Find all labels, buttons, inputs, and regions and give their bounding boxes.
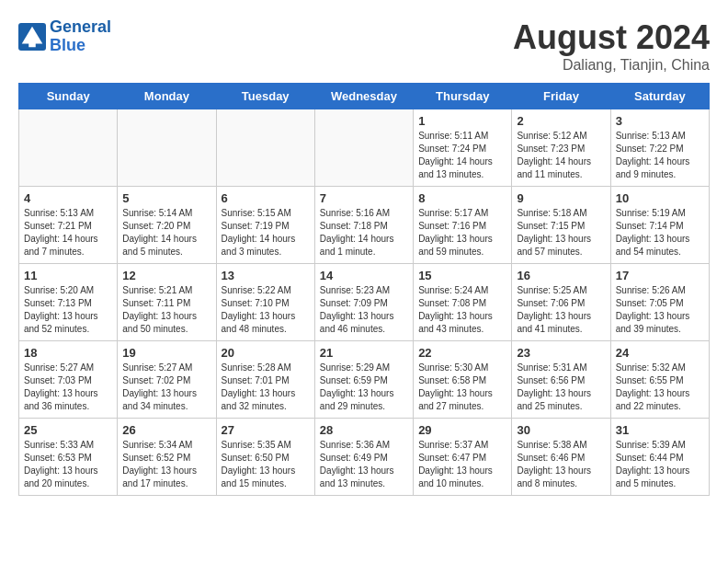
day-info: Sunrise: 5:25 AMSunset: 7:06 PMDaylight:…	[517, 284, 605, 336]
calendar-cell	[314, 109, 413, 187]
day-number: 27	[222, 423, 310, 437]
calendar-cell: 7Sunrise: 5:16 AMSunset: 7:18 PMDaylight…	[314, 187, 413, 264]
calendar-cell: 9Sunrise: 5:18 AMSunset: 7:15 PMDaylight…	[512, 187, 610, 264]
day-info: Sunrise: 5:29 AMSunset: 6:59 PMDaylight:…	[320, 362, 408, 413]
day-number: 15	[418, 269, 506, 282]
day-number: 31	[616, 423, 704, 437]
day-number: 9	[517, 191, 605, 205]
calendar-cell: 28Sunrise: 5:36 AMSunset: 6:49 PMDayligh…	[314, 419, 413, 496]
day-number: 1	[418, 114, 506, 128]
day-number: 14	[320, 269, 408, 282]
day-info: Sunrise: 5:18 AMSunset: 7:15 PMDaylight:…	[517, 207, 605, 259]
day-info: Sunrise: 5:33 AMSunset: 6:53 PMDaylight:…	[24, 439, 112, 490]
title-block: August 2024 Daliang, Tianjin, China	[513, 18, 710, 74]
calendar-cell	[216, 109, 314, 187]
day-number: 5	[122, 191, 210, 205]
calendar-table: SundayMondayTuesdayWednesdayThursdayFrid…	[18, 83, 710, 496]
day-number: 4	[24, 191, 112, 205]
header-day-monday: Monday	[118, 84, 216, 109]
day-number: 2	[517, 114, 605, 128]
logo-icon	[18, 23, 46, 51]
header-row: SundayMondayTuesdayWednesdayThursdayFrid…	[19, 84, 710, 109]
day-info: Sunrise: 5:22 AMSunset: 7:10 PMDaylight:…	[222, 284, 310, 336]
day-info: Sunrise: 5:26 AMSunset: 7:05 PMDaylight:…	[616, 284, 704, 336]
calendar-cell: 18Sunrise: 5:27 AMSunset: 7:03 PMDayligh…	[19, 341, 118, 419]
day-number: 29	[418, 423, 506, 437]
day-number: 21	[320, 346, 408, 360]
calendar-cell: 17Sunrise: 5:26 AMSunset: 7:05 PMDayligh…	[610, 264, 709, 341]
calendar-cell: 5Sunrise: 5:14 AMSunset: 7:20 PMDaylight…	[118, 187, 216, 264]
day-number: 8	[418, 191, 506, 205]
svg-rect-2	[28, 42, 36, 47]
calendar-cell: 2Sunrise: 5:12 AMSunset: 7:23 PMDaylight…	[512, 109, 610, 187]
day-info: Sunrise: 5:28 AMSunset: 7:01 PMDaylight:…	[222, 362, 310, 413]
calendar-cell: 22Sunrise: 5:30 AMSunset: 6:58 PMDayligh…	[414, 341, 512, 419]
day-info: Sunrise: 5:32 AMSunset: 6:55 PMDaylight:…	[616, 362, 704, 413]
page-header: General Blue August 2024 Daliang, Tianji…	[18, 18, 710, 74]
month-year: August 2024	[513, 18, 710, 57]
header-day-sunday: Sunday	[19, 84, 118, 109]
calendar-cell: 10Sunrise: 5:19 AMSunset: 7:14 PMDayligh…	[610, 187, 709, 264]
day-number: 22	[418, 346, 506, 360]
day-number: 26	[122, 423, 210, 437]
day-number: 24	[616, 346, 704, 360]
calendar-cell: 11Sunrise: 5:20 AMSunset: 7:13 PMDayligh…	[19, 264, 118, 341]
day-info: Sunrise: 5:19 AMSunset: 7:14 PMDaylight:…	[616, 207, 704, 259]
header-day-thursday: Thursday	[414, 84, 512, 109]
week-row-4: 18Sunrise: 5:27 AMSunset: 7:03 PMDayligh…	[19, 341, 710, 419]
calendar-cell: 23Sunrise: 5:31 AMSunset: 6:56 PMDayligh…	[512, 341, 610, 419]
day-info: Sunrise: 5:37 AMSunset: 6:47 PMDaylight:…	[418, 439, 506, 490]
calendar-cell: 21Sunrise: 5:29 AMSunset: 6:59 PMDayligh…	[314, 341, 413, 419]
day-number: 23	[517, 346, 605, 360]
day-info: Sunrise: 5:23 AMSunset: 7:09 PMDaylight:…	[320, 284, 408, 336]
day-number: 7	[320, 191, 408, 205]
day-number: 10	[616, 191, 704, 205]
day-info: Sunrise: 5:12 AMSunset: 7:23 PMDaylight:…	[517, 130, 605, 181]
logo-line1: General	[50, 17, 111, 36]
logo-line2: Blue	[50, 36, 85, 54]
calendar-cell: 31Sunrise: 5:39 AMSunset: 6:44 PMDayligh…	[610, 419, 709, 496]
day-info: Sunrise: 5:35 AMSunset: 6:50 PMDaylight:…	[222, 439, 310, 490]
day-info: Sunrise: 5:36 AMSunset: 6:49 PMDaylight:…	[320, 439, 408, 490]
calendar-cell: 26Sunrise: 5:34 AMSunset: 6:52 PMDayligh…	[118, 419, 216, 496]
calendar-cell: 27Sunrise: 5:35 AMSunset: 6:50 PMDayligh…	[216, 419, 314, 496]
day-info: Sunrise: 5:27 AMSunset: 7:02 PMDaylight:…	[122, 362, 210, 413]
calendar-cell: 1Sunrise: 5:11 AMSunset: 7:24 PMDaylight…	[414, 109, 512, 187]
calendar-cell: 30Sunrise: 5:38 AMSunset: 6:46 PMDayligh…	[512, 419, 610, 496]
header-day-saturday: Saturday	[610, 84, 709, 109]
day-info: Sunrise: 5:30 AMSunset: 6:58 PMDaylight:…	[418, 362, 506, 413]
calendar-cell: 19Sunrise: 5:27 AMSunset: 7:02 PMDayligh…	[118, 341, 216, 419]
calendar-cell: 25Sunrise: 5:33 AMSunset: 6:53 PMDayligh…	[19, 419, 118, 496]
calendar-cell: 14Sunrise: 5:23 AMSunset: 7:09 PMDayligh…	[314, 264, 413, 341]
day-info: Sunrise: 5:20 AMSunset: 7:13 PMDaylight:…	[24, 284, 112, 336]
day-number: 30	[517, 423, 605, 437]
calendar-cell: 3Sunrise: 5:13 AMSunset: 7:22 PMDaylight…	[610, 109, 709, 187]
calendar-cell: 29Sunrise: 5:37 AMSunset: 6:47 PMDayligh…	[414, 419, 512, 496]
calendar-cell: 13Sunrise: 5:22 AMSunset: 7:10 PMDayligh…	[216, 264, 314, 341]
day-number: 28	[320, 423, 408, 437]
week-row-3: 11Sunrise: 5:20 AMSunset: 7:13 PMDayligh…	[19, 264, 710, 341]
day-info: Sunrise: 5:17 AMSunset: 7:16 PMDaylight:…	[418, 207, 506, 259]
day-info: Sunrise: 5:16 AMSunset: 7:18 PMDaylight:…	[320, 207, 408, 259]
day-info: Sunrise: 5:13 AMSunset: 7:21 PMDaylight:…	[24, 207, 112, 259]
day-info: Sunrise: 5:38 AMSunset: 6:46 PMDaylight:…	[517, 439, 605, 490]
calendar-cell: 16Sunrise: 5:25 AMSunset: 7:06 PMDayligh…	[512, 264, 610, 341]
day-info: Sunrise: 5:15 AMSunset: 7:19 PMDaylight:…	[222, 207, 310, 259]
calendar-cell: 20Sunrise: 5:28 AMSunset: 7:01 PMDayligh…	[216, 341, 314, 419]
calendar-cell: 15Sunrise: 5:24 AMSunset: 7:08 PMDayligh…	[414, 264, 512, 341]
header-day-tuesday: Tuesday	[216, 84, 314, 109]
day-number: 18	[24, 346, 112, 360]
day-info: Sunrise: 5:13 AMSunset: 7:22 PMDaylight:…	[616, 130, 704, 181]
day-info: Sunrise: 5:21 AMSunset: 7:11 PMDaylight:…	[122, 284, 210, 336]
day-number: 3	[616, 114, 704, 128]
day-info: Sunrise: 5:14 AMSunset: 7:20 PMDaylight:…	[122, 207, 210, 259]
calendar-cell: 6Sunrise: 5:15 AMSunset: 7:19 PMDaylight…	[216, 187, 314, 264]
calendar-cell: 12Sunrise: 5:21 AMSunset: 7:11 PMDayligh…	[118, 264, 216, 341]
week-row-1: 1Sunrise: 5:11 AMSunset: 7:24 PMDaylight…	[19, 109, 710, 187]
calendar-cell: 4Sunrise: 5:13 AMSunset: 7:21 PMDaylight…	[19, 187, 118, 264]
header-day-friday: Friday	[512, 84, 610, 109]
day-number: 12	[122, 269, 210, 282]
day-info: Sunrise: 5:31 AMSunset: 6:56 PMDaylight:…	[517, 362, 605, 413]
day-info: Sunrise: 5:34 AMSunset: 6:52 PMDaylight:…	[122, 439, 210, 490]
week-row-2: 4Sunrise: 5:13 AMSunset: 7:21 PMDaylight…	[19, 187, 710, 264]
